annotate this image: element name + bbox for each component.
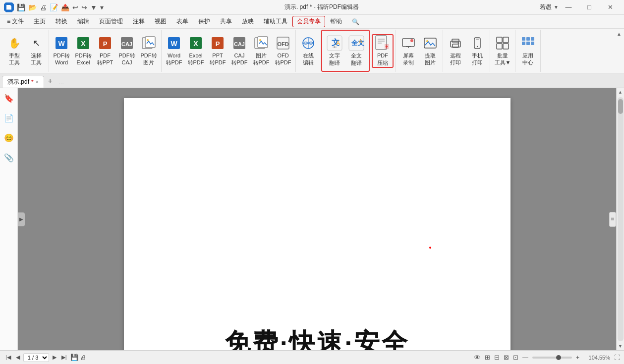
view-btn-3[interactable]: ⊠ (504, 354, 509, 361)
pdf-to-excel-button[interactable]: X PDF转 Excel (73, 34, 94, 68)
toolbar-export-icon[interactable]: 📤 (61, 3, 69, 11)
sidebar-bookmark-icon[interactable]: 🔖 (3, 92, 15, 104)
sidebar-pages-icon[interactable]: 📄 (3, 112, 15, 124)
batch-tools-button[interactable]: 批量 工具▼ (492, 34, 513, 68)
select-tool-button[interactable]: ↖ 选择 工具 (26, 34, 47, 68)
menu-share[interactable]: 共享 (215, 16, 237, 27)
ofd-to-pdf-button[interactable]: OFD OFD 转PDF (273, 34, 293, 68)
menu-comment[interactable]: 注释 (128, 16, 150, 27)
main-area: 🔖 📄 😊 📎 ▶ 免费·快速·安全 ▲ ▼ ≡ (0, 88, 624, 350)
toolbar-new-icon[interactable]: 📝 (50, 3, 58, 11)
menu-member[interactable]: 会员专享 (292, 16, 325, 27)
hand-tool-button[interactable]: ✋ 手型 工具 (4, 34, 25, 68)
menu-file[interactable]: ≡ 文件 (2, 16, 29, 27)
online-edit-button[interactable]: 在线 编辑 (298, 34, 319, 68)
mobile-print-icon (469, 36, 485, 51)
minimize-button[interactable]: — (559, 2, 578, 13)
close-button[interactable]: ✕ (600, 2, 620, 13)
page-print-icon[interactable]: 🖨 (80, 354, 87, 361)
menu-protect[interactable]: 保护 (193, 16, 215, 27)
scrollbar-thumb[interactable] (618, 99, 623, 114)
toolbar-customize-icon[interactable]: ▼ (90, 3, 97, 11)
scrollbar-up-button[interactable]: ▲ (617, 88, 624, 96)
ribbon-collapse-button[interactable]: ▲ (615, 30, 623, 38)
ppt-to-pdf-button[interactable]: P PPT 转PDF (207, 34, 228, 68)
menu-tools[interactable]: 辅助工具 (259, 16, 292, 27)
doc-tab-add-button[interactable]: + (44, 75, 57, 88)
page-save-icon[interactable]: 💾 (70, 354, 78, 361)
caj-to-pdf-button[interactable]: CAJ CAJ 转PDF (229, 34, 250, 68)
ribbon-group-tools: ✋ 手型 工具 ↖ 选择 工具 (2, 30, 49, 72)
toolbar-open-icon[interactable]: 📂 (28, 3, 37, 11)
pdf-to-caj-button[interactable]: CAJ PDF转 CAJ (116, 34, 137, 68)
svg-rect-46 (452, 39, 459, 42)
menu-convert[interactable]: 转换 (51, 16, 72, 27)
pdf-to-word-button[interactable]: W PDF转 Word (51, 34, 72, 68)
menu-help[interactable]: 帮助 (325, 16, 347, 27)
menu-page-mgmt[interactable]: 页面管理 (94, 16, 128, 27)
scrollbar-down-button[interactable]: ▼ (617, 342, 624, 350)
zoom-level: 104.55% (583, 355, 610, 361)
pdf-to-word-icon: W (54, 36, 69, 51)
img-to-pdf-button[interactable]: 图片 转PDF (251, 34, 272, 68)
toolbar-undo-icon[interactable]: ↩ (72, 3, 78, 11)
mobile-print-button[interactable]: 手机 打印 (467, 34, 488, 68)
doc-tab-active[interactable]: 演示.pdf * × (2, 76, 44, 88)
text-translate-button[interactable]: 文 A 文字 翻译 (324, 34, 345, 68)
pdf-to-excel-label1: PDF转 (75, 52, 92, 59)
menu-play[interactable]: 放映 (237, 16, 259, 27)
page-first-button[interactable]: |◀ (4, 354, 12, 361)
svg-point-21 (259, 39, 261, 41)
eye-icon[interactable]: 👁 (474, 354, 481, 362)
menu-search[interactable]: 🔍 (347, 17, 364, 26)
sidebar-expand-arrow[interactable]: ▶ (18, 212, 25, 226)
toolbar-redo-icon[interactable]: ↪ (81, 3, 87, 11)
ribbon-translate-items: 文 A 文字 翻译 全文 A 全文 翻译 (324, 32, 367, 70)
menu-edit[interactable]: 编辑 (72, 16, 94, 27)
scrollbar-track[interactable] (618, 97, 624, 341)
zoom-thumb[interactable] (556, 355, 561, 360)
maximize-button[interactable]: □ (579, 2, 599, 13)
view-btn-4[interactable]: ⊡ (513, 354, 518, 361)
zoom-out-button[interactable]: — (522, 354, 528, 361)
word-to-pdf-button[interactable]: W Word 转PDF (164, 34, 184, 68)
user-section: 若愚 ▼ (540, 3, 559, 11)
fulltext-translate-button[interactable]: 全文 A 全文 翻译 (346, 34, 367, 68)
zoom-in-button[interactable]: + (576, 354, 579, 361)
pdf-to-ppt-button[interactable]: P PDF 转PPT (95, 34, 115, 68)
user-dropdown-icon[interactable]: ▼ (554, 4, 559, 10)
sidebar-comment-icon[interactable]: 😊 (3, 132, 15, 144)
screen-record-button[interactable]: 屏幕 录制 (398, 34, 419, 68)
remote-print-button[interactable]: 远程 打印 (445, 34, 466, 68)
page-last-button[interactable]: ▶| (60, 354, 68, 361)
page-prev-button[interactable]: ◀ (14, 354, 21, 361)
view-btn-2[interactable]: ⊟ (494, 354, 500, 361)
pdf-to-img-button[interactable]: PDF转 图片 (138, 34, 159, 68)
view-btn-1[interactable]: ⊞ (485, 354, 490, 361)
doc-tab-options-button[interactable]: ⋯ (58, 81, 64, 88)
menu-view[interactable]: 视图 (150, 16, 171, 27)
pdf-compress-button[interactable]: PDF 压缩 (372, 34, 394, 68)
page-select[interactable]: 1 / 3 (23, 353, 49, 362)
ribbon-group-to-pdf: W Word 转PDF X Excel 转PDF P PPT 转PDF (162, 30, 296, 72)
excel-to-pdf-button[interactable]: X Excel 转PDF (185, 34, 206, 68)
toolbar-more-icon[interactable]: ▾ (100, 3, 104, 11)
hand-tool-label2: 工具 (9, 59, 20, 66)
pdf-to-caj-icon: CAJ (119, 36, 135, 51)
right-panel-toggle[interactable]: ≡ (609, 212, 616, 227)
zoom-slider[interactable] (532, 357, 572, 359)
menu-form[interactable]: 表单 (171, 16, 193, 27)
toolbar-save-icon[interactable]: 💾 (17, 3, 25, 11)
toolbar-print-icon[interactable]: 🖨 (40, 3, 47, 11)
page-next-button[interactable]: ▶ (51, 354, 58, 361)
sidebar-attachment-icon[interactable]: 📎 (3, 152, 15, 163)
doc-tab-close-button[interactable]: × (36, 79, 39, 85)
pdf-to-img-label1: PDF转 (141, 52, 157, 59)
menu-home[interactable]: 主页 (29, 16, 51, 27)
batch-tools-label2: 工具▼ (495, 59, 511, 66)
extract-img-button[interactable]: 提取 图片 (420, 34, 441, 68)
ribbon-compress-items: PDF 压缩 (372, 31, 394, 71)
status-bar: |◀ ◀ 1 / 3 ▶ ▶| 💾 🖨 👁 ⊞ ⊟ ⊠ ⊡ — + 104.55… (0, 350, 624, 364)
fullscreen-button[interactable]: ⛶ (614, 354, 620, 361)
app-center-button[interactable]: 应用 中心 (517, 34, 538, 68)
